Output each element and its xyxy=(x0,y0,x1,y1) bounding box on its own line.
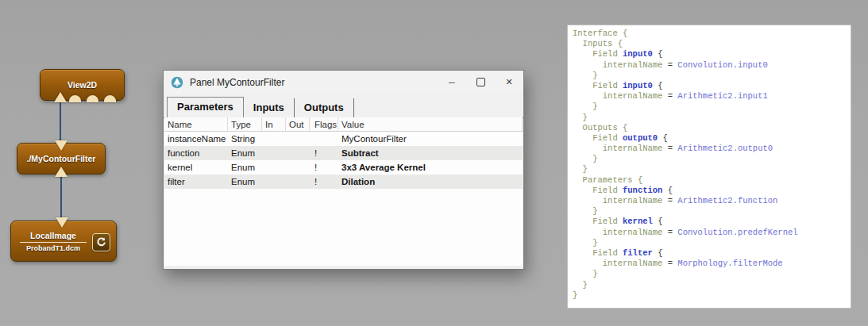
code-line: internalName = Arithmetic2.output0 xyxy=(573,144,847,154)
node-mycontourfilter[interactable]: ./MyContourFilter xyxy=(17,143,106,175)
input-connector-triangle-icon[interactable] xyxy=(55,167,68,177)
parameter-table-body: instanceNameStringMyContourFilterfunctio… xyxy=(164,132,523,189)
code-line: internalName = Arithmetic2.function xyxy=(573,196,847,206)
cell-value[interactable]: Subtract xyxy=(338,148,523,158)
code-line: Field output0 { xyxy=(573,133,847,144)
cell-flags: ! xyxy=(310,163,338,172)
reload-icon xyxy=(96,237,106,247)
code-line: Field filter { xyxy=(573,248,847,259)
tab-outputs[interactable]: Outputs xyxy=(295,98,354,117)
window-titlebar[interactable]: Panel MyContourFilter ─ ✕ xyxy=(164,71,523,94)
connection-mycontourfilter-view2d xyxy=(60,98,61,144)
code-line: internalName = Arithmetic2.input1 xyxy=(573,91,847,102)
code-line: } xyxy=(573,164,847,175)
cell-flags: ! xyxy=(310,177,338,186)
code-line: Field function { xyxy=(573,186,847,196)
tab-inputs[interactable]: Inputs xyxy=(244,98,295,117)
cell-flags: ! xyxy=(310,148,338,158)
code-line: internalName = Convolution.input0 xyxy=(573,60,847,71)
code-line: } xyxy=(573,290,847,301)
close-button[interactable]: ✕ xyxy=(495,71,523,94)
cell-type: Enum xyxy=(228,177,262,186)
output-connector-triangle-icon[interactable] xyxy=(56,217,68,228)
mevislab-logo-icon xyxy=(171,76,183,89)
tab-parameters[interactable]: Parameters xyxy=(167,97,244,118)
parameter-table: NameTypeInOutFlagsValue instanceNameStri… xyxy=(164,117,523,266)
cell-name: filter xyxy=(164,177,228,186)
cell-type: Enum xyxy=(228,148,262,158)
code-line: } xyxy=(573,269,847,279)
parameter-table-header: NameTypeInOutFlagsValue xyxy=(164,117,523,132)
cell-value[interactable]: 3x3 Average Kernel xyxy=(338,163,523,172)
output-connector-triangle-icon[interactable] xyxy=(55,140,68,151)
node-localimage-filename: ProbandT1.dcm xyxy=(26,244,80,252)
cell-type: String xyxy=(228,134,262,144)
code-line: } xyxy=(573,113,847,123)
node-mycontourfilter-label: ./MyContourFilter xyxy=(27,154,96,163)
code-line: } xyxy=(573,71,847,81)
connection-localimage-mycontourfilter xyxy=(60,171,62,222)
code-line: internalName = Morphology.filterMode xyxy=(573,259,847,269)
minimize-button[interactable]: ─ xyxy=(438,71,466,94)
code-line: Field input0 { xyxy=(573,49,847,59)
window-controls: ─ ✕ xyxy=(438,71,523,94)
panel-window: Panel MyContourFilter ─ ✕ Parameters Inp… xyxy=(163,70,524,270)
reload-image-button[interactable] xyxy=(92,233,110,251)
code-line: } xyxy=(573,280,847,290)
input-connector-dome-icon[interactable] xyxy=(104,95,116,102)
input-connector-dome-icon[interactable] xyxy=(69,95,81,102)
code-line: Field input0 { xyxy=(573,81,847,91)
maximize-button[interactable] xyxy=(466,71,495,94)
cell-value[interactable]: MyContourFilter xyxy=(338,134,523,144)
script-interface-editor[interactable]: Interface { Inputs { Field input0 { inte… xyxy=(567,25,851,309)
code-line: } xyxy=(573,206,847,217)
column-header-type[interactable]: Type xyxy=(228,117,262,131)
cell-name: instanceName xyxy=(164,134,228,144)
node-localimage-label: LocalImage xyxy=(30,231,76,240)
window-title: Panel MyContourFilter xyxy=(190,77,438,88)
node-localimage[interactable]: LocalImage ProbandT1.dcm xyxy=(10,221,117,262)
code-line: } xyxy=(573,154,847,164)
panel-tabbar: Parameters Inputs Outputs xyxy=(164,94,523,118)
parameter-row-kernel[interactable]: kernelEnum!3x3 Average Kernel xyxy=(164,160,523,175)
code-line: Field kernel { xyxy=(573,217,847,227)
input-connector-triangle-icon[interactable] xyxy=(54,92,67,102)
parameter-row-function[interactable]: functionEnum!Subtract xyxy=(164,146,523,160)
input-connector-dome-icon[interactable] xyxy=(87,95,98,102)
label-divider xyxy=(20,242,87,243)
node-view2d[interactable]: View2D xyxy=(40,69,125,101)
parameter-row-filter[interactable]: filterEnum!Dilation xyxy=(164,175,523,189)
code-line: Parameters { xyxy=(573,175,847,186)
cell-type: Enum xyxy=(228,163,262,172)
cell-name: kernel xyxy=(164,163,228,172)
cell-name: function xyxy=(164,148,228,158)
code-line: Inputs { xyxy=(573,39,847,49)
code-line: internalName = Convolution.predefKernel xyxy=(573,228,847,238)
column-header-value[interactable]: Value xyxy=(338,117,523,131)
code-line: Outputs { xyxy=(573,123,847,133)
column-header-in[interactable]: In xyxy=(262,117,286,131)
node-localimage-content: LocalImage ProbandT1.dcm xyxy=(20,231,87,252)
column-header-out[interactable]: Out xyxy=(286,117,310,131)
maximize-icon xyxy=(476,78,485,86)
workspace-canvas: View2D ./MyContourFilter LocalImage Prob… xyxy=(0,0,868,326)
column-header-name[interactable]: Name xyxy=(164,117,228,131)
cell-value[interactable]: Dilation xyxy=(338,177,523,186)
code-line: } xyxy=(573,238,847,248)
parameter-row-instanceName[interactable]: instanceNameStringMyContourFilter xyxy=(164,132,523,146)
code-line: } xyxy=(573,102,847,112)
code-line: Interface { xyxy=(573,29,847,39)
node-view2d-label: View2D xyxy=(68,80,97,90)
column-header-flags[interactable]: Flags xyxy=(310,117,338,131)
